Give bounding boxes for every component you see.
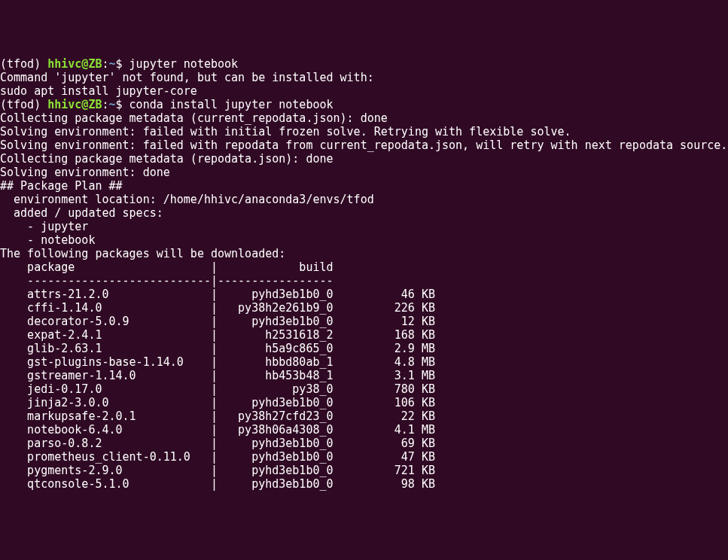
- package-row: cffi-1.14.0 | py38h2e261b9_0 226 KB: [0, 301, 728, 315]
- prompt-userhost: hhivc@ZB: [47, 57, 102, 71]
- download-header: The following packages will be downloade…: [0, 247, 728, 260]
- package-row: jedi-0.17.0 | py38_0 780 KB: [0, 382, 728, 396]
- package-row: notebook-6.4.0 | py38h06a4308_0 4.1 MB: [0, 423, 728, 437]
- package-row: parso-0.8.2 | pyhd3eb1b0_0 69 KB: [0, 437, 728, 450]
- spec-item: - notebook: [0, 233, 728, 247]
- package-row: markupsafe-2.0.1 | py38h27cfd23_0 22 KB: [0, 409, 728, 423]
- environment-location: environment location: /home/hhivc/anacon…: [0, 193, 728, 206]
- prompt-userhost: hhivc@ZB: [47, 98, 102, 111]
- package-row: attrs-21.2.0 | pyhd3eb1b0_0 46 KB: [0, 288, 728, 301]
- package-row: glib-2.63.1 | h5a9c865_0 2.9 MB: [0, 342, 728, 355]
- not-found-line: Command 'jupyter' not found, but can be …: [0, 71, 728, 84]
- package-row: gstreamer-1.14.0 | hb453b48_1 3.1 MB: [0, 369, 728, 382]
- prompt-env: (tfod): [0, 57, 47, 71]
- command-text: conda install jupyter notebook: [129, 98, 334, 111]
- install-suggestion: sudo apt install jupyter-core: [0, 84, 728, 98]
- package-row: expat-2.4.1 | h2531618_2 168 KB: [0, 328, 728, 342]
- solve-line: Solving environment: failed with initial…: [0, 125, 728, 138]
- package-row: jinja2-3.0.0 | pyhd3eb1b0_0 106 KB: [0, 396, 728, 409]
- spec-item: - jupyter: [0, 220, 728, 233]
- prompt-path: ~: [109, 98, 116, 111]
- solve-line: Solving environment: failed with repodat…: [0, 138, 728, 152]
- package-row: qtconsole-5.1.0 | pyhd3eb1b0_0 98 KB: [0, 477, 728, 491]
- package-row: prometheus_client-0.11.0 | pyhd3eb1b0_0 …: [0, 450, 728, 464]
- prompt-env: (tfod): [0, 98, 47, 111]
- prompt-path: ~: [109, 57, 116, 71]
- prompt-line-1: (tfod) hhivc@ZB:~$ jupyter notebook: [0, 57, 728, 71]
- package-row: gst-plugins-base-1.14.0 | hbbd80ab_1 4.8…: [0, 355, 728, 369]
- package-row: decorator-5.0.9 | pyhd3eb1b0_0 12 KB: [0, 315, 728, 328]
- metadata-line: Collecting package metadata (repodata.js…: [0, 152, 728, 166]
- package-row: pygments-2.9.0 | pyhd3eb1b0_0 721 KB: [0, 464, 728, 477]
- package-plan-header: ## Package Plan ##: [0, 179, 728, 193]
- solve-line: Solving environment: done: [0, 166, 728, 179]
- metadata-line: Collecting package metadata (current_rep…: [0, 111, 728, 125]
- command-text: jupyter notebook: [129, 57, 239, 71]
- prompt-line-2: (tfod) hhivc@ZB:~$ conda install jupyter…: [0, 98, 728, 111]
- package-table-header: package | build: [0, 260, 728, 274]
- terminal-output[interactable]: (tfod) hhivc@ZB:~$ jupyter notebookComma…: [0, 57, 728, 491]
- added-specs-header: added / updated specs:: [0, 206, 728, 220]
- package-table-separator: ---------------------------|------------…: [0, 274, 728, 288]
